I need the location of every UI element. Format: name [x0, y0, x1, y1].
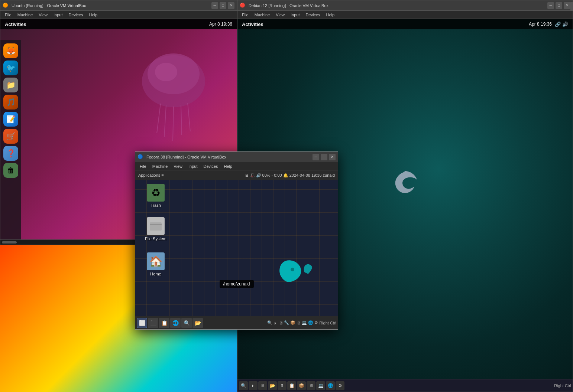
debian-maximize-button[interactable]: □	[556, 2, 562, 9]
dock-icon-rhythmbox[interactable]: 🎵	[3, 95, 18, 110]
debian-menu-machine[interactable]: Machine	[252, 12, 272, 18]
fedora-home-tooltip: /home/zunaid	[219, 280, 253, 288]
dock-icon-writer[interactable]: 📝	[3, 112, 18, 127]
dock-icon-appstore[interactable]: 🛒	[3, 129, 18, 144]
fedora-datetime: 2024-04-08 19:36	[289, 173, 322, 177]
fedora-menu-devices[interactable]: Devices	[201, 163, 220, 169]
debian-taskbar-icon-6[interactable]: 📋	[287, 381, 296, 390]
ubuntu-titlebar: 🟠 Ubuntu [Running] - Oracle VM VirtualBo…	[0, 0, 237, 11]
fedora-display-icon: 🖥	[245, 173, 249, 177]
fedora-desktop: ♻ Trash File System 🏠 Home /home/zunaid	[135, 180, 338, 316]
debian-vbox-icon: 🔴	[240, 3, 246, 9]
ubuntu-gnome-topbar: Activities Apr 8 19:36	[0, 19, 237, 29]
debian-taskbar-icon-8[interactable]: 🖥	[307, 381, 315, 390]
dock-icon-help[interactable]: ❓	[3, 146, 18, 161]
fedora-systray: 🖥 🎩 🔊 80% - 0:00 🔔 2024-04-08 19:36 zuna…	[245, 173, 335, 178]
ubuntu-activities-button[interactable]: Activities	[5, 22, 26, 27]
fedora-taskbar-icon-6: 🖥	[297, 321, 301, 325]
ubuntu-menu-devices[interactable]: Devices	[66, 12, 85, 18]
debian-logo	[390, 169, 420, 204]
ubuntu-datetime: Apr 8 19:36	[209, 22, 232, 27]
fedora-window-title: Fedora 38 [Running] - Oracle VM VirtualB…	[146, 155, 310, 159]
fedora-hat-icon: 🎩	[250, 173, 255, 178]
fedora-vbox-icon: 🔵	[137, 154, 143, 160]
svg-line-4	[164, 105, 166, 137]
debian-menu-file[interactable]: File	[240, 12, 251, 18]
svg-point-2	[155, 63, 177, 81]
fedora-desktop-icon-home[interactable]: 🏠 Home	[143, 252, 169, 276]
ubuntu-menu-machine[interactable]: Machine	[15, 12, 35, 18]
fedora-right-ctrl-label: Right Ctrl	[319, 321, 336, 325]
fedora-taskbar: ⬜ ⬛ 📋 🌐 🔍 📂 🔍 ⏵ 🖥 🔧 📦 🖥 💻 🌐 ⚙ Right Ctrl	[135, 316, 338, 329]
debian-taskbar-icon-9[interactable]: 💻	[316, 381, 325, 390]
svg-rect-9	[150, 224, 162, 225]
fedora-trash-label: Trash	[150, 203, 161, 208]
fedora-taskbar-files[interactable]: 📋	[159, 318, 169, 328]
fedora-menu-view[interactable]: View	[171, 163, 185, 169]
ubuntu-close-button[interactable]: ✕	[228, 2, 234, 9]
svg-line-6	[181, 105, 182, 135]
ubuntu-menu-help[interactable]: Help	[87, 12, 100, 18]
ubuntu-menu-file[interactable]: File	[3, 12, 14, 18]
debian-menu-help[interactable]: Help	[324, 12, 337, 18]
ubuntu-maximize-button[interactable]: □	[220, 2, 226, 9]
fedora-desktop-icon-trash[interactable]: ♻ Trash	[143, 184, 169, 208]
ubuntu-menu-view[interactable]: View	[36, 12, 50, 18]
fedora-close-button[interactable]: ✕	[329, 154, 336, 160]
fedora-vm-window: 🔵 Fedora 38 [Running] - Oracle VM Virtua…	[135, 151, 338, 330]
dock-icon-files[interactable]: 📁	[3, 78, 18, 92]
fedora-taskbar-terminal[interactable]: ⬛	[148, 318, 158, 328]
fedora-taskbar-desktop[interactable]: ⬜	[137, 318, 147, 328]
ubuntu-minimize-button[interactable]: ─	[211, 2, 218, 9]
debian-taskbar-icon-7[interactable]: 📦	[297, 381, 306, 390]
debian-scrollbar-thumb[interactable]	[570, 2, 573, 11]
debian-taskbar-icon-4[interactable]: 📂	[268, 381, 277, 390]
ubuntu-titlebar-buttons: ─ □ ✕	[211, 2, 234, 9]
fedora-minimize-button[interactable]: ─	[313, 154, 319, 160]
debian-menu-view[interactable]: View	[273, 12, 287, 18]
fedora-taskbar-search[interactable]: 🔍	[181, 318, 192, 328]
debian-taskbar-icon-5[interactable]: ⬆	[278, 381, 286, 390]
ubuntu-dock: 🦊 🐦 📁 🎵 📝 🛒 ❓ 🗑	[0, 40, 21, 239]
fedora-taskbar-icon-9: ⚙	[314, 320, 318, 325]
ubuntu-menu-input[interactable]: Input	[51, 12, 65, 18]
dock-icon-firefox[interactable]: 🦊	[3, 43, 18, 58]
svg-rect-8	[150, 222, 162, 231]
debian-taskbar-icon-2[interactable]: ⏵	[249, 381, 258, 390]
fedora-bell-icon: 🔔	[283, 173, 288, 178]
debian-taskbar-icon-11[interactable]: ⚙	[336, 381, 344, 390]
ubuntu-menubar: File Machine View Input Devices Help	[0, 11, 237, 19]
fedora-fs-label: File System	[145, 236, 166, 241]
debian-volume-icon: 🔊	[562, 22, 568, 27]
dock-icon-trash[interactable]: 🗑	[3, 163, 18, 178]
fedora-taskbar-browser[interactable]: 🌐	[170, 318, 181, 328]
debian-close-button[interactable]: ✕	[564, 2, 570, 9]
fedora-maximize-button[interactable]: □	[321, 154, 327, 160]
fedora-taskbar-folder[interactable]: 📂	[192, 318, 203, 328]
fedora-menu-input[interactable]: Input	[186, 163, 200, 169]
fedora-taskbar-icon-2: ⏵	[273, 321, 278, 325]
fedora-battery-label: 80% - 0:00	[262, 173, 282, 177]
fedora-menu-file[interactable]: File	[137, 163, 149, 169]
fedora-applications-menu[interactable]: Applications ≡	[138, 173, 164, 177]
debian-taskbar-icon-3[interactable]: 🖥	[258, 381, 267, 390]
fedora-taskbar-systray: 🔍 ⏵ 🖥 🔧 📦 🖥 💻 🌐 ⚙ Right Ctrl	[267, 320, 336, 325]
debian-minimize-button[interactable]: ─	[547, 2, 554, 9]
debian-taskbar-icon-10[interactable]: 🌐	[326, 381, 335, 390]
debian-taskbar: 🔍 ⏵ 🖥 📂 ⬆ 📋 📦 🖥 💻 🌐 ⚙ Right Ctrl	[237, 379, 573, 392]
fedora-taskbar-icon-1: 🔍	[267, 320, 272, 325]
debian-activities-button[interactable]: Activities	[242, 22, 263, 27]
fedora-titlebar-buttons: ─ □ ✕	[313, 154, 336, 160]
debian-menu-input[interactable]: Input	[288, 12, 302, 18]
dock-icon-thunderbird[interactable]: 🐦	[3, 61, 18, 75]
fedora-menu-help[interactable]: Help	[222, 163, 235, 169]
ubuntu-scroll-thumb[interactable]	[2, 241, 17, 244]
debian-network-icon: 🔗	[555, 22, 561, 27]
fedora-taskbar-icon-8: 🌐	[308, 320, 313, 325]
ubuntu-window-title: Ubuntu [Running] - Oracle VM VirtualBox	[12, 3, 208, 8]
fedora-menu-machine[interactable]: Machine	[150, 163, 170, 169]
fedora-desktop-icon-filesystem[interactable]: File System	[143, 217, 169, 241]
debian-menu-devices[interactable]: Devices	[303, 12, 322, 18]
debian-taskbar-icon-1[interactable]: 🔍	[239, 381, 248, 390]
fedora-menubar: File Machine View Input Devices Help	[135, 162, 338, 170]
